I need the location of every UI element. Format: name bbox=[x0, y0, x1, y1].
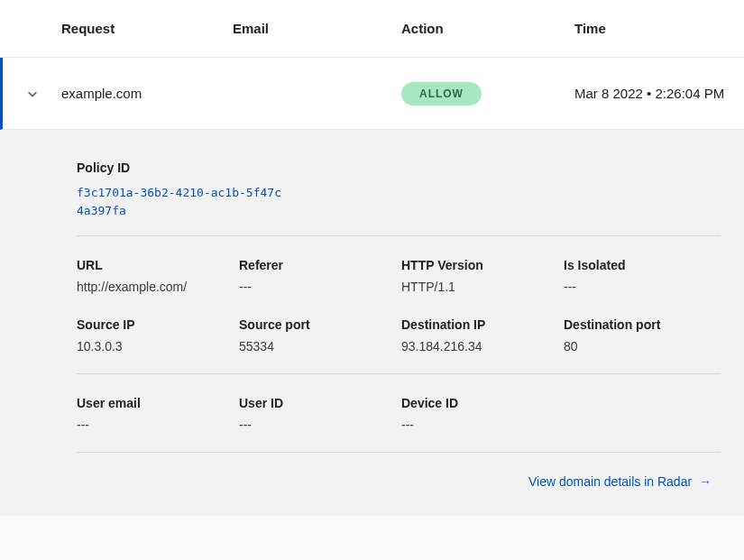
field-device-id: Device ID --- bbox=[401, 396, 564, 432]
http-version-label: HTTP Version bbox=[401, 258, 564, 272]
row-time: Mar 8 2022 • 2:26:04 PM bbox=[574, 86, 744, 101]
http-version-value: HTTP/1.1 bbox=[401, 280, 564, 294]
policy-id-link[interactable]: f3c1701a-36b2-4210-ac1b-5f47c4a397fa bbox=[77, 184, 284, 219]
field-http-version: HTTP Version HTTP/1.1 bbox=[401, 258, 564, 294]
action-badge: ALLOW bbox=[401, 82, 482, 106]
dest-ip-label: Destination IP bbox=[401, 317, 564, 332]
chevron-down-icon bbox=[26, 87, 39, 100]
field-is-isolated: Is Isolated --- bbox=[564, 258, 726, 294]
field-user-id: User ID --- bbox=[239, 396, 401, 432]
device-id-value: --- bbox=[401, 418, 564, 432]
referer-label: Referer bbox=[239, 258, 401, 272]
field-source-port: Source port 55334 bbox=[239, 317, 401, 353]
header-action: Action bbox=[401, 21, 574, 36]
field-source-ip: Source IP 10.3.0.3 bbox=[77, 317, 239, 353]
url-value: http://example.com/ bbox=[77, 280, 239, 294]
expand-toggle[interactable] bbox=[3, 87, 61, 100]
divider bbox=[77, 452, 721, 453]
row-request: example.com bbox=[61, 86, 233, 101]
user-email-value: --- bbox=[77, 418, 239, 432]
referer-value: --- bbox=[239, 280, 401, 294]
header-email: Email bbox=[233, 21, 401, 36]
is-isolated-label: Is Isolated bbox=[564, 258, 726, 272]
details-grid-2: User email --- User ID --- Device ID --- bbox=[77, 396, 721, 432]
source-ip-label: Source IP bbox=[77, 317, 239, 332]
source-port-label: Source port bbox=[239, 317, 401, 332]
source-ip-value: 10.3.0.3 bbox=[77, 339, 239, 353]
device-id-label: Device ID bbox=[401, 396, 564, 410]
field-user-email: User email --- bbox=[77, 396, 239, 432]
field-url: URL http://example.com/ bbox=[77, 258, 239, 294]
field-referer: Referer --- bbox=[239, 258, 401, 294]
dest-ip-value: 93.184.216.34 bbox=[401, 339, 564, 353]
view-radar-link[interactable]: View domain details in Radar → bbox=[528, 474, 712, 489]
divider bbox=[77, 373, 721, 374]
is-isolated-value: --- bbox=[564, 280, 726, 294]
dest-port-value: 80 bbox=[564, 339, 726, 353]
user-email-label: User email bbox=[77, 396, 239, 410]
divider bbox=[77, 235, 721, 236]
field-dest-ip: Destination IP 93.184.216.34 bbox=[401, 317, 564, 353]
header-request: Request bbox=[61, 21, 233, 36]
user-id-label: User ID bbox=[239, 396, 401, 410]
details-panel: Policy ID f3c1701a-36b2-4210-ac1b-5f47c4… bbox=[0, 130, 744, 516]
view-radar-label: View domain details in Radar bbox=[528, 474, 692, 489]
log-row[interactable]: example.com ALLOW Mar 8 2022 • 2:26:04 P… bbox=[0, 58, 744, 130]
table-header: Request Email Action Time bbox=[0, 0, 744, 58]
user-id-value: --- bbox=[239, 418, 401, 432]
footer-link-wrap: View domain details in Radar → bbox=[77, 474, 721, 489]
policy-id-block: Policy ID f3c1701a-36b2-4210-ac1b-5f47c4… bbox=[77, 161, 721, 219]
field-dest-port: Destination port 80 bbox=[564, 317, 726, 353]
row-action-cell: ALLOW bbox=[401, 82, 574, 106]
details-grid-1: URL http://example.com/ Referer --- HTTP… bbox=[77, 258, 721, 353]
header-time: Time bbox=[574, 21, 744, 36]
url-label: URL bbox=[77, 258, 239, 272]
source-port-value: 55334 bbox=[239, 339, 401, 353]
policy-id-label: Policy ID bbox=[77, 161, 721, 175]
arrow-right-icon: → bbox=[699, 474, 712, 489]
dest-port-label: Destination port bbox=[564, 317, 726, 332]
